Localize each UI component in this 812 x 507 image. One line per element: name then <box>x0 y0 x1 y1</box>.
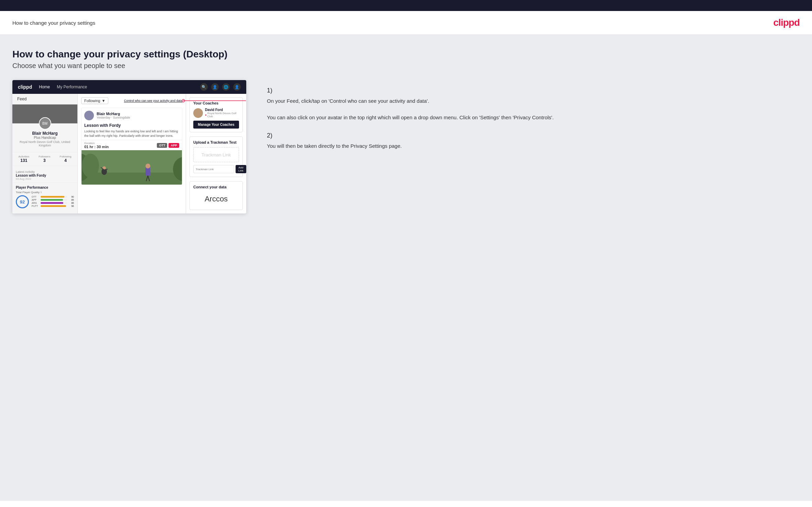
svg-point-12 <box>145 164 150 168</box>
breadcrumb: How to change your privacy settings <box>12 20 95 26</box>
instruction-1-number: 1) <box>267 87 800 94</box>
badge-ott: OTT <box>157 143 167 148</box>
svg-point-5 <box>82 154 99 178</box>
instruction-2-number: 2) <box>267 132 800 139</box>
footer: Copyright Clippd 2022 <box>0 501 812 507</box>
manage-coaches-button[interactable]: Manage Your Coaches <box>193 121 239 129</box>
profile-handicap: Plus Handicap <box>15 136 75 140</box>
instruction-2-text: You will then be taken directly to the P… <box>267 142 800 150</box>
nav-home[interactable]: Home <box>39 85 50 89</box>
globe-icon[interactable]: 🌐 <box>222 83 230 91</box>
trackman-input[interactable] <box>193 165 234 173</box>
nav-my-performance[interactable]: My Performance <box>57 85 87 89</box>
stat-activities: Activities 131 <box>19 155 30 163</box>
app-right-panel: Your Coaches David Ford ● Royal North De… <box>186 94 246 213</box>
activity-user-name: Blair McHarg <box>97 112 130 116</box>
control-link-row: Control who can see your activity and da… <box>124 99 182 102</box>
profile-cover: BM <box>12 104 77 123</box>
header: How to change your privacy settings clip… <box>0 11 812 35</box>
feed-controls: Following ▼ Control who can see your act… <box>81 97 182 104</box>
feed-tab[interactable]: Feed <box>12 94 77 104</box>
trackman-section: Upload a Trackman Test Trackman Link Add… <box>190 136 243 177</box>
bar-arg: ARG 86 <box>32 202 74 204</box>
coach-avatar <box>193 108 203 118</box>
profile-stats: Activities 131 Followers 3 Following 4 <box>12 152 77 166</box>
bar-putt: PUTT 96 <box>32 205 74 207</box>
bar-app: APP 85 <box>32 199 74 201</box>
app-body: Feed BM Blair McHarg Plus Handicap Royal… <box>12 94 246 213</box>
top-bar <box>0 0 812 11</box>
page-subheading: Choose what you want people to see <box>12 62 800 70</box>
instruction-2: 2) You will then be taken directly to th… <box>267 132 800 150</box>
activity-image <box>82 150 182 185</box>
svg-rect-3 <box>82 173 182 185</box>
add-link-button[interactable]: Add Link <box>236 165 246 173</box>
app-sidebar: Feed BM Blair McHarg Plus Handicap Royal… <box>12 94 78 213</box>
coach-info: David Ford ● Royal North Devon Golf Club <box>205 108 239 118</box>
annotation-arrow <box>182 97 246 104</box>
control-privacy-link[interactable]: Control who can see your activity and da… <box>124 99 182 102</box>
connect-data-title: Connect your data <box>193 185 239 189</box>
coach-name: David Ford <box>205 108 239 112</box>
activity-card: Blair McHarg Yesterday · Sunningdale Les… <box>81 108 182 185</box>
activity-description: Looking to feel like my hands are exitin… <box>82 129 182 140</box>
perf-bars: OTT 90 APP 85 ARG <box>32 196 74 208</box>
instruction-1: 1) On your Feed, click/tap on 'Control w… <box>267 87 800 122</box>
app-mockup: clippd Home My Performance 🔍 👤 🌐 👤 Feed … <box>12 80 246 213</box>
instructions-panel: 1) On your Feed, click/tap on 'Control w… <box>260 80 800 161</box>
connect-data-section: Connect your data Arccos <box>190 181 243 210</box>
latest-activity: Latest Activity Lesson with Fordy 03 Aug… <box>12 168 77 183</box>
user-icon[interactable]: 👤 <box>211 83 219 91</box>
trackman-placeholder-text: Trackman Link <box>202 152 231 157</box>
trackman-placeholder: Trackman Link <box>193 147 239 162</box>
app-nav-icons: 🔍 👤 🌐 👤 <box>200 83 241 91</box>
activity-avatar <box>84 111 94 120</box>
search-icon[interactable]: 🔍 <box>200 83 208 91</box>
coach-club: ● Royal North Devon Golf Club <box>205 112 239 118</box>
app-logo: clippd <box>18 84 32 90</box>
avatar-icon[interactable]: 👤 <box>233 83 241 91</box>
profile-name: Blair McHarg <box>15 131 75 136</box>
trackman-title: Upload a Trackman Test <box>193 140 239 144</box>
trackman-input-row: Add Link <box>193 165 239 173</box>
main-content: How to change your privacy settings (Des… <box>0 35 812 501</box>
following-button[interactable]: Following ▼ <box>81 97 108 104</box>
activity-title: Lesson with Fordy <box>82 123 182 129</box>
content-layout: clippd Home My Performance 🔍 👤 🌐 👤 Feed … <box>12 80 800 213</box>
activity-user-location: Yesterday · Sunningdale <box>97 116 130 119</box>
golf-scene-svg <box>82 150 182 185</box>
badge-app: APP <box>169 143 179 148</box>
app-navbar: clippd Home My Performance 🔍 👤 🌐 👤 <box>12 80 246 94</box>
stat-following: Following 4 <box>60 155 72 163</box>
profile-avatar: BM <box>39 117 51 130</box>
bar-ott: OTT 90 <box>32 196 74 198</box>
activity-header: Blair McHarg Yesterday · Sunningdale <box>82 108 182 123</box>
app-feed: Following ▼ Control who can see your act… <box>78 94 186 213</box>
player-performance: Player Performance Total Player Quality … <box>12 183 77 211</box>
clippd-logo: clippd <box>773 17 800 28</box>
page-heading: How to change your privacy settings (Des… <box>12 49 800 60</box>
instruction-1-text: On your Feed, click/tap on 'Control who … <box>267 97 800 122</box>
activity-duration: Duration 01 hr : 30 min OTT APP <box>82 140 182 150</box>
arccos-label: Arccos <box>193 192 239 206</box>
coach-row: David Ford ● Royal North Devon Golf Club <box>193 108 239 118</box>
stat-followers: Followers 3 <box>39 155 50 163</box>
quality-score: 92 <box>16 195 29 208</box>
profile-club: Royal North Devon Golf Club, United King… <box>15 140 75 147</box>
duration-badges: OTT APP <box>157 143 179 148</box>
activity-user-info: Blair McHarg Yesterday · Sunningdale <box>97 112 130 119</box>
